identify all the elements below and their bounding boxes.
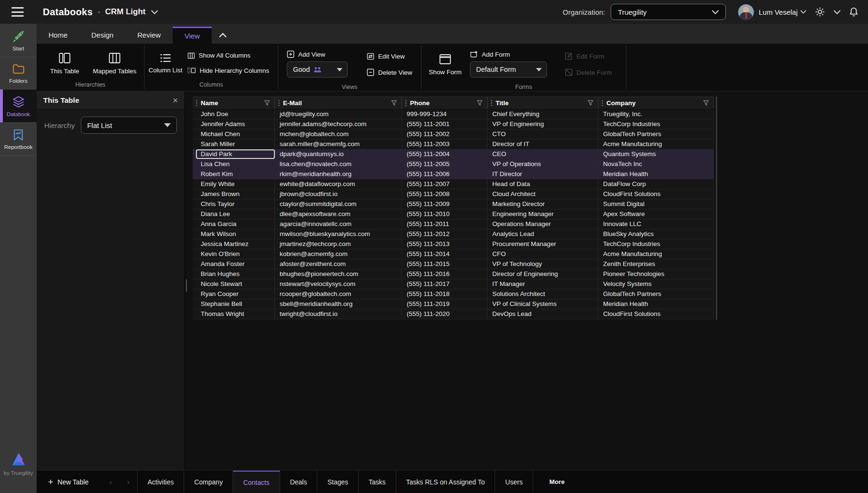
cell-company[interactable]: TechCorp Industries xyxy=(598,119,714,129)
cell-name[interactable]: Michael Chen xyxy=(196,129,275,139)
cell-email[interactable]: bhughes@pioneertech.com xyxy=(275,269,402,279)
database-chevron-down-icon[interactable] xyxy=(151,10,158,14)
column-header-phone[interactable]: Phone xyxy=(402,97,488,109)
cell-phone[interactable]: (555) 111-2004 xyxy=(402,149,488,159)
cell-phone[interactable]: (555) 111-2007 xyxy=(402,179,488,189)
show-all-columns-button[interactable]: Show All Columns xyxy=(185,49,271,62)
cell-phone[interactable]: (555) 111-2020 xyxy=(402,309,488,319)
cell-company[interactable]: Truegility, Inc. xyxy=(598,109,714,119)
filter-icon[interactable] xyxy=(703,100,709,106)
sidebar-item-databook[interactable]: Databook xyxy=(0,89,37,123)
cell-email[interactable]: ctaylor@summitdigital.com xyxy=(275,199,402,209)
table-row[interactable]: Robert Kimrkim@meridianhealth.org(555) 1… xyxy=(193,169,714,179)
cell-phone[interactable]: (555) 111-2013 xyxy=(402,239,488,249)
sidebar-item-folders[interactable]: Folders xyxy=(0,57,37,89)
cell-company[interactable]: Acme Manufacturing xyxy=(598,249,714,259)
tabs-scroll-left-icon[interactable]: ‹ xyxy=(102,478,119,486)
cell-title[interactable]: Head of Data xyxy=(488,179,598,189)
this-table-button[interactable]: This Table xyxy=(40,46,89,80)
cell-title[interactable]: IT Manager xyxy=(488,279,598,289)
more-tables-button[interactable]: More xyxy=(533,471,581,493)
cell-title[interactable]: Operations Manager xyxy=(488,219,598,229)
cell-phone[interactable]: (555) 111-2008 xyxy=(402,189,488,199)
cell-phone[interactable]: (555) 111-2015 xyxy=(402,259,488,269)
cell-name[interactable]: Lisa Chen xyxy=(196,159,275,169)
cell-name[interactable]: Stephanie Bell xyxy=(196,299,275,309)
table-row[interactable]: Jennifer Adamsjennifer.adams@techcorp.co… xyxy=(193,119,714,129)
table-row[interactable]: Mark Wilsonmwilson@blueskyanalytics.com(… xyxy=(193,229,714,239)
cell-phone[interactable]: (555) 111-2011 xyxy=(402,219,488,229)
table-row[interactable]: Nicole Stewartnstewart@velocitysys.com(5… xyxy=(193,279,714,289)
cell-email[interactable]: sarah.miller@acmemfg.com xyxy=(275,139,402,149)
table-tab-contacts[interactable]: Contacts xyxy=(233,471,280,493)
cell-name[interactable]: Ryan Cooper xyxy=(196,289,275,299)
table-row[interactable]: Chris Taylorctaylor@summitdigital.com(55… xyxy=(193,199,714,209)
close-icon[interactable]: × xyxy=(173,96,178,105)
mapped-tables-button[interactable]: Mapped Tables xyxy=(89,46,140,80)
cell-company[interactable]: Innovate LLC xyxy=(598,219,714,229)
cell-company[interactable]: GlobalTech Partners xyxy=(598,129,714,139)
cell-name[interactable]: Chris Taylor xyxy=(196,199,275,209)
cell-company[interactable]: BlueSky Analytics xyxy=(598,229,714,239)
table-row[interactable]: Stephanie Bellsbell@meridianhealth.org(5… xyxy=(193,299,714,309)
table-row[interactable]: John Doejd@truegility.com999-999-1234Chi… xyxy=(193,109,714,119)
edit-form-button[interactable]: Edit Form xyxy=(563,50,614,62)
tab-review[interactable]: Review xyxy=(126,27,173,44)
cell-title[interactable]: Director of Engineering xyxy=(488,269,598,279)
cell-email[interactable]: mchen@globaltech.com xyxy=(275,129,402,139)
cell-phone[interactable]: (555) 111-2006 xyxy=(402,169,488,179)
table-tab-activities[interactable]: Activities xyxy=(137,471,184,493)
table-tab-deals[interactable]: Deals xyxy=(280,471,318,493)
cell-company[interactable]: Acme Manufacturing xyxy=(598,139,714,149)
drag-handle-icon[interactable] xyxy=(278,99,280,107)
collapse-ribbon-button[interactable] xyxy=(212,27,234,44)
tabs-scroll-right-icon[interactable]: › xyxy=(119,478,137,486)
table-tab-stages[interactable]: Stages xyxy=(317,471,359,493)
cell-title[interactable]: Procurement Manager xyxy=(488,239,598,249)
filter-icon[interactable] xyxy=(264,100,270,106)
delete-form-button[interactable]: Delete Form xyxy=(563,66,614,79)
cell-title[interactable]: Solutions Architect xyxy=(488,289,598,299)
cell-name[interactable]: Anna Garcia xyxy=(196,219,275,229)
cell-phone[interactable]: (555) 111-2001 xyxy=(402,119,488,129)
cell-email[interactable]: ewhite@dataflowcorp.com xyxy=(275,179,402,189)
cell-email[interactable]: sbell@meridianhealth.org xyxy=(275,299,402,309)
sidebar-item-reportbook[interactable]: Reportbook xyxy=(0,123,37,156)
show-form-button[interactable]: Show Form xyxy=(425,46,465,82)
cell-company[interactable]: Meridian Health xyxy=(598,299,714,309)
settings-gear-icon[interactable] xyxy=(815,7,825,17)
cell-company[interactable]: TechCorp Industries xyxy=(598,239,714,249)
cell-name[interactable]: Kevin O'Brien xyxy=(196,249,275,259)
cell-title[interactable]: VP of Engineering xyxy=(488,119,598,129)
cell-email[interactable]: rkim@meridianhealth.org xyxy=(275,169,402,179)
cell-name[interactable]: Brian Hughes xyxy=(196,269,275,279)
column-header-company[interactable]: Company xyxy=(598,97,714,109)
cell-phone[interactable]: (555) 111-2010 xyxy=(402,209,488,219)
cell-company[interactable]: Quantum Systems xyxy=(598,149,714,159)
cell-name[interactable]: Diana Lee xyxy=(196,209,275,219)
view-selector[interactable]: Good xyxy=(287,61,348,78)
table-row[interactable]: Amanda Fosterafoster@zenithent.com(555) … xyxy=(193,259,714,269)
cell-phone[interactable]: (555) 111-2017 xyxy=(402,279,488,289)
table-row[interactable]: Brian Hughesbhughes@pioneertech.com(555)… xyxy=(193,269,714,279)
cell-company[interactable]: GlobalTech Partners xyxy=(598,289,714,299)
cell-email[interactable]: afoster@zenithent.com xyxy=(275,259,402,269)
table-tab-tasks-rls-on-assigned-to[interactable]: Tasks RLS on Assigned To xyxy=(396,471,496,493)
cell-name[interactable]: Mark Wilson xyxy=(196,229,275,239)
table-row[interactable]: Ryan Cooperrcooper@globaltech.com(555) 1… xyxy=(193,289,714,299)
drag-handle-icon[interactable] xyxy=(405,99,407,107)
cell-company[interactable]: Meridian Health xyxy=(598,169,714,179)
cell-email[interactable]: nstewart@velocitysys.com xyxy=(275,279,402,289)
table-row[interactable]: Sarah Millersarah.miller@acmemfg.com(555… xyxy=(193,139,714,149)
hide-hierarchy-columns-button[interactable]: Hide Hierarchy Columns xyxy=(185,64,271,77)
add-view-button[interactable]: Add View xyxy=(285,48,359,60)
table-row[interactable]: Jessica Martinezjmartinez@techcorp.com(5… xyxy=(193,239,714,249)
filter-icon[interactable] xyxy=(391,100,397,106)
column-header-email[interactable]: E-Mail xyxy=(275,97,402,109)
table-tab-users[interactable]: Users xyxy=(495,471,533,493)
cell-company[interactable]: Zenith Enterprises xyxy=(598,259,714,269)
organization-select[interactable]: Truegility xyxy=(611,4,726,20)
cell-title[interactable]: VP of Technology xyxy=(488,259,598,269)
cell-title[interactable]: VP of Clinical Systems xyxy=(488,299,598,309)
cell-name[interactable]: Robert Kim xyxy=(196,169,275,179)
